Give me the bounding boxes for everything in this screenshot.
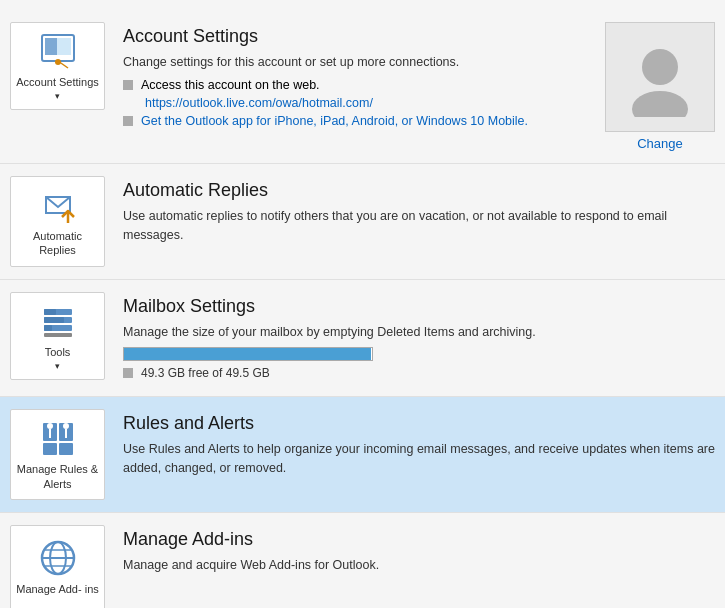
- section-rules-alerts: Manage Rules & Alerts Rules and Alerts U…: [0, 397, 725, 513]
- section-automatic-replies: Automatic Replies Automatic Replies Use …: [0, 164, 725, 280]
- manage-addins-title: Manage Add-ins: [123, 529, 715, 550]
- svg-point-6: [632, 91, 688, 117]
- account-icon: [38, 31, 78, 71]
- icon-tile-addins[interactable]: Manage Add- ins: [10, 525, 105, 608]
- account-icon-label: Account Settings: [16, 75, 99, 89]
- account-settings-title: Account Settings: [123, 26, 595, 47]
- storage-bullet: [123, 368, 133, 378]
- svg-rect-2: [45, 38, 57, 55]
- web-access-text: Access this account on the web.: [141, 78, 320, 92]
- settings-container: Account Settings ▾ Account Settings Chan…: [0, 0, 725, 608]
- manage-addins-content: Manage Add-ins Manage and acquire Web Ad…: [123, 525, 715, 581]
- change-avatar-link[interactable]: Change: [637, 136, 683, 151]
- section-account-settings: Account Settings ▾ Account Settings Chan…: [0, 10, 725, 164]
- section-manage-addins: Manage Add- ins Manage Add-ins Manage an…: [0, 513, 725, 608]
- rules-icon: [38, 418, 78, 458]
- storage-text: 49.3 GB free of 49.5 GB: [141, 366, 270, 380]
- account-settings-desc: Change settings for this account or set …: [123, 53, 595, 72]
- auto-replies-content: Automatic Replies Use automatic replies …: [123, 176, 715, 251]
- manage-addins-desc: Manage and acquire Web Add-ins for Outlo…: [123, 556, 715, 575]
- auto-replies-title: Automatic Replies: [123, 180, 715, 201]
- svg-rect-9: [44, 309, 56, 315]
- bullet-icon-2: [123, 116, 133, 126]
- svg-rect-13: [44, 325, 52, 331]
- storage-info: 49.3 GB free of 49.5 GB: [123, 366, 715, 380]
- bullet-link-url: https://outlook.live.com/owa/hotmail.com…: [123, 96, 595, 110]
- section-mailbox-settings: Tools ▾ Mailbox Settings Manage the size…: [0, 280, 725, 398]
- svg-rect-18: [59, 443, 73, 455]
- svg-rect-11: [44, 317, 64, 323]
- storage-progress-fill: [124, 348, 371, 360]
- tools-dropdown-arrow: ▾: [55, 361, 60, 371]
- rules-alerts-content: Rules and Alerts Use Rules and Alerts to…: [123, 409, 715, 484]
- bullet-icon-1: [123, 80, 133, 90]
- svg-point-19: [47, 423, 53, 429]
- avatar-image: [605, 22, 715, 132]
- svg-point-5: [642, 49, 678, 85]
- account-dropdown-arrow: ▾: [55, 91, 60, 101]
- avatar-area: Change: [605, 22, 715, 151]
- icon-tile-rules[interactable]: Manage Rules & Alerts: [10, 409, 105, 500]
- mailbox-settings-desc: Manage the size of your mailbox by empty…: [123, 323, 715, 342]
- tools-icon: [38, 301, 78, 341]
- mailbox-settings-title: Mailbox Settings: [123, 296, 715, 317]
- bullet-web-access: Access this account on the web.: [123, 78, 595, 92]
- addins-label: Manage Add- ins: [16, 582, 99, 596]
- auto-replies-desc: Use automatic replies to notify others t…: [123, 207, 715, 245]
- auto-replies-icon: [38, 185, 78, 225]
- auto-replies-label: Automatic Replies: [15, 229, 100, 258]
- icon-tile-auto-replies[interactable]: Automatic Replies: [10, 176, 105, 267]
- bullet-app-link: Get the Outlook app for iPhone, iPad, An…: [123, 114, 595, 128]
- svg-rect-14: [44, 333, 72, 337]
- rules-alerts-title: Rules and Alerts: [123, 413, 715, 434]
- storage-progress-bar: [123, 347, 373, 361]
- icon-tile-tools[interactable]: Tools ▾: [10, 292, 105, 380]
- mailbox-settings-content: Mailbox Settings Manage the size of your…: [123, 292, 715, 385]
- tools-label: Tools: [45, 345, 71, 359]
- rules-label: Manage Rules & Alerts: [15, 462, 100, 491]
- svg-point-20: [63, 423, 69, 429]
- icon-tile-account[interactable]: Account Settings ▾: [10, 22, 105, 110]
- addins-icon: [38, 538, 78, 578]
- hotmail-link[interactable]: https://outlook.live.com/owa/hotmail.com…: [145, 96, 373, 110]
- rules-alerts-desc: Use Rules and Alerts to help organize yo…: [123, 440, 715, 478]
- svg-rect-17: [43, 443, 57, 455]
- account-settings-content: Account Settings Change settings for thi…: [123, 22, 595, 132]
- outlook-app-link[interactable]: Get the Outlook app for iPhone, iPad, An…: [141, 114, 528, 128]
